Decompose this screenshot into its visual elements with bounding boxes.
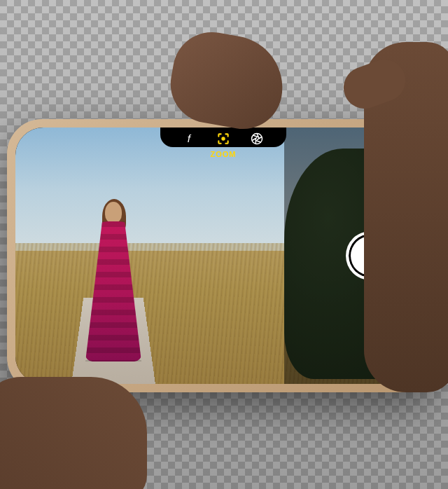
focus-control-icon[interactable]: [215, 130, 232, 147]
svg-point-1: [222, 137, 224, 139]
svg-text:f: f: [188, 132, 192, 144]
hand-bottom-left: [0, 377, 147, 489]
camera-top-controls: f: [181, 130, 265, 147]
aperture-control-icon[interactable]: f: [181, 130, 198, 147]
product-photo-scene: f: [0, 0, 448, 489]
camera-mode-label: ZOOM: [211, 150, 237, 158]
settings-aperture-icon[interactable]: [248, 130, 265, 147]
viewfinder-subject: [85, 202, 141, 363]
